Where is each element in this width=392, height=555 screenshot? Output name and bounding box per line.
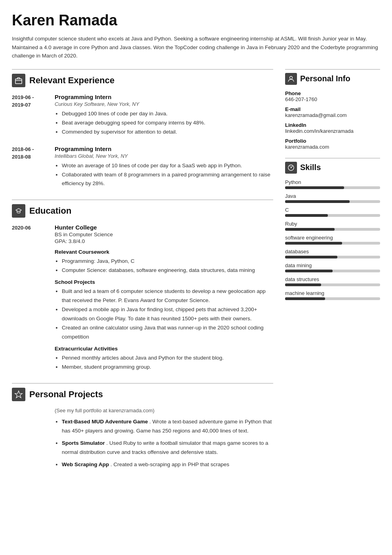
skill-name: databases: [285, 249, 380, 255]
skill-bar-bg: [285, 256, 380, 258]
phone-label: Phone: [285, 90, 380, 96]
skill-machine-learning: machine learning: [285, 290, 380, 300]
exp-bullet: Beat average debugging speed for company…: [62, 119, 273, 128]
exp-title-1: Programming Intern: [55, 94, 273, 100]
exp-company-1: Curious Key Software, New York, NY: [55, 101, 273, 107]
skill-bar-fill: [285, 228, 335, 231]
school-projects-list: Built and led a team of 6 computer scien…: [55, 287, 273, 342]
skill-bar-bg: [285, 214, 380, 217]
skill-data-mining: data mining: [285, 262, 380, 272]
education-title: Education: [29, 206, 71, 216]
skill-bar-bg: [285, 228, 380, 231]
personal-info-header: Personal Info: [285, 69, 380, 85]
project-name: Sports Simulator: [62, 440, 105, 446]
skill-bar-bg: [285, 200, 380, 203]
exp-bullet: Commended by supervisor for attention to…: [62, 128, 273, 137]
project-item: Sports Simulator . Used Ruby to write a …: [62, 439, 273, 457]
school-project-item: Created an online calculator using Java …: [62, 323, 273, 342]
skill-databases: databases: [285, 249, 380, 258]
skills-title: Skills: [300, 163, 321, 172]
info-phone: Phone 646-207-1760: [285, 90, 380, 102]
projects-icon: [12, 388, 25, 401]
personal-projects-section: Personal Projects (See my full portfolio…: [12, 383, 273, 469]
linkedin-label: LinkedIn: [285, 122, 380, 128]
skill-name: C: [285, 207, 380, 213]
edu-date-1: 2020-06: [12, 224, 48, 371]
skill-name: Python: [285, 179, 380, 185]
linkedin-value: linkedin.com/in/karenzramada: [285, 128, 380, 134]
projects-header: Personal Projects: [12, 383, 273, 401]
project-name: Text-Based MUD Adventure Game: [62, 419, 148, 425]
skill-bar-fill: [285, 214, 328, 217]
education-header: Education: [12, 199, 273, 218]
skill-bar-fill: [285, 200, 350, 203]
skill-bar-fill: [285, 186, 344, 189]
skills-icon: [285, 162, 297, 174]
extra-item: Penned monthly articles about Java and P…: [62, 354, 273, 363]
coursework-title: Relevant Coursework: [55, 249, 273, 255]
project-item: Text-Based MUD Adventure Game . Wrote a …: [62, 417, 273, 436]
exp-date-1: 2019-06 - 2019-07: [12, 94, 48, 137]
extracurricular-title: Extracurricular Activities: [55, 346, 273, 352]
portfolio-value: karenzramada.com: [285, 144, 380, 150]
personal-info-section: Personal Info Phone 646-207-1760 E-mail …: [285, 69, 380, 150]
skill-bar-fill: [285, 270, 333, 272]
skill-bar-bg: [285, 297, 380, 300]
info-email: E-mail karenzramada@gmail.com: [285, 106, 380, 118]
skill-bar-bg: [285, 283, 380, 286]
project-name: Web Scraping App: [62, 461, 109, 467]
exp-entry-1: 2019-06 - 2019-07 Programming Intern Cur…: [12, 94, 273, 137]
candidate-name: Karen Ramada: [12, 12, 380, 29]
edu-content-1: Hunter College BS in Computer Science GP…: [55, 224, 273, 371]
edu-entry-1: 2020-06 Hunter College BS in Computer Sc…: [12, 224, 273, 371]
svg-point-5: [291, 167, 291, 168]
coursework-item: Programming: Java, Python, C: [62, 257, 273, 266]
exp-title-2: Programming Intern: [55, 145, 273, 152]
project-item: Web Scraping App . Created a web-scrapin…: [62, 460, 273, 469]
coursework-item: Computer Science: databases, software en…: [62, 266, 273, 275]
skill-data-structures: data structures: [285, 276, 380, 286]
education-icon: [12, 204, 25, 218]
exp-bullets-1: Debugged 100 lines of code per day in Ja…: [55, 109, 273, 137]
skill-c: C: [285, 207, 380, 217]
info-linkedin: LinkedIn linkedin.com/in/karenzramada: [285, 122, 380, 134]
summary-text: Insightful computer science student who …: [12, 34, 380, 60]
exp-date-2: 2018-06 - 2018-08: [12, 145, 48, 189]
coursework-list: Programming: Java, Python, C Computer Sc…: [55, 257, 273, 275]
exp-content-1: Programming Intern Curious Key Software,…: [55, 94, 273, 137]
exp-company-2: Intellibars Global, New York, NY: [55, 153, 273, 159]
skill-name: software engineering: [285, 235, 380, 241]
school-project-item: Developed a mobile app in Java for findi…: [62, 305, 273, 323]
projects-list: Text-Based MUD Adventure Game . Wrote a …: [12, 417, 273, 469]
skill-software-eng: software engineering: [285, 235, 380, 245]
edu-school-1: Hunter College: [55, 224, 273, 231]
skill-name: Ruby: [285, 221, 380, 227]
skill-bar-fill: [285, 242, 342, 245]
email-label: E-mail: [285, 106, 380, 112]
exp-bullets-2: Wrote an average of 10 lines of code per…: [55, 161, 273, 189]
skill-bar-bg: [285, 186, 380, 189]
skills-header: Skills: [285, 158, 380, 174]
portfolio-label: Portfolio: [285, 138, 380, 144]
skill-bar-bg: [285, 270, 380, 272]
skill-bar-bg: [285, 242, 380, 245]
edu-gpa-1: GPA: 3.8/4.0: [55, 238, 273, 244]
skill-name: data mining: [285, 262, 380, 268]
personal-info-title: Personal Info: [300, 74, 350, 83]
svg-point-3: [290, 76, 293, 79]
skill-java: Java: [285, 193, 380, 203]
exp-bullet: Debugged 100 lines of code per day in Ja…: [62, 109, 273, 119]
experience-icon: [12, 74, 25, 87]
skill-name: machine learning: [285, 290, 380, 296]
skill-ruby: Ruby: [285, 221, 380, 231]
school-projects-title: School Projects: [55, 279, 273, 285]
svg-marker-2: [15, 391, 23, 398]
skill-name: data structures: [285, 276, 380, 282]
experience-header: Relevant Experience: [12, 69, 273, 87]
projects-title: Personal Projects: [29, 389, 103, 400]
experience-section: Relevant Experience 2019-06 - 2019-07 Pr…: [12, 69, 273, 189]
exp-bullet: Wrote an average of 10 lines of code per…: [62, 161, 273, 170]
skill-python: Python: [285, 179, 380, 189]
exp-entry-2: 2018-06 - 2018-08 Programming Intern Int…: [12, 145, 273, 189]
skill-bar-fill: [285, 256, 337, 258]
